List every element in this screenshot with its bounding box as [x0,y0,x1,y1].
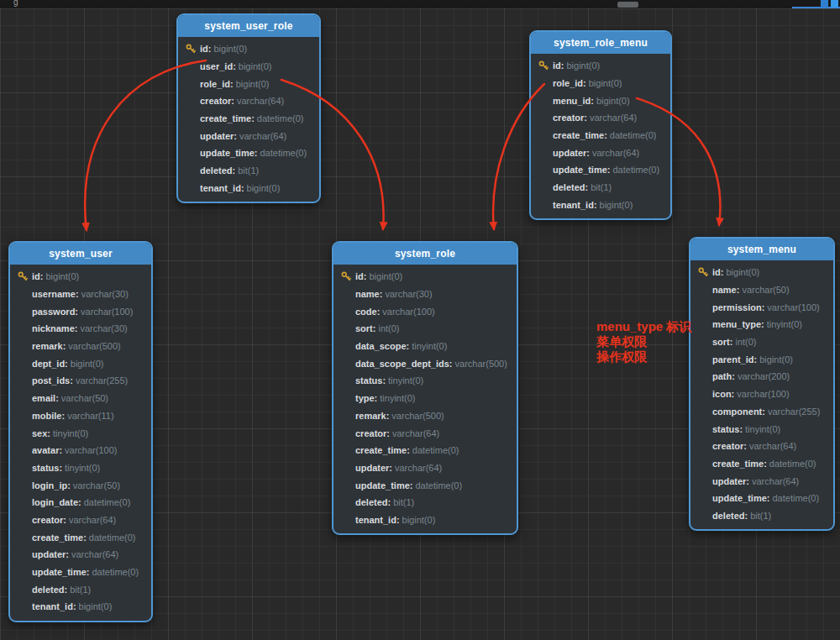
field-row[interactable]: name:varchar(50) [690,281,833,299]
field-row[interactable]: id:bigint(0) [531,57,670,75]
field-row[interactable]: deleted:bit(1) [178,162,319,180]
field-row[interactable]: deleted:bit(1) [10,580,151,598]
field-row[interactable]: path:varchar(200) [690,368,833,386]
field-row[interactable]: parent_id:bigint(0) [690,350,833,368]
field-row[interactable]: tenant_id:bigint(0) [531,197,670,214]
field-type: tinyint(0) [412,341,447,351]
field-row[interactable]: sort:int(0) [690,333,833,351]
field-row[interactable]: updater:varchar(64) [333,459,517,477]
field-type: bigint(0) [566,60,600,71]
field-row[interactable]: deleted:bit(1) [333,494,517,511]
field-row[interactable]: create_time:datetime(0) [178,110,319,128]
field-row[interactable]: data_scope:tinyint(0) [333,338,517,355]
field-row[interactable]: tenant_id:bigint(0) [178,180,319,197]
field-row[interactable]: updater:varchar(64) [531,144,670,161]
field-list: id:bigint(0)name:varchar(30)code:varchar… [333,265,517,533]
field-row[interactable]: password:varchar(100) [10,302,151,320]
field-row[interactable]: login_ip:varchar(50) [10,476,151,494]
field-row[interactable]: deleted:bit(1) [690,507,833,525]
field-row[interactable]: deleted:bit(1) [531,179,670,197]
field-name: status: [355,375,386,386]
table-title[interactable]: system_user [10,243,151,265]
field-row[interactable]: update_time:datetime(0) [531,161,670,179]
field-name: create_time: [200,113,255,123]
field-row[interactable]: role_id:bigint(0) [178,75,319,92]
field-row[interactable]: create_time:datetime(0) [10,528,151,546]
field-row[interactable]: type:tinyint(0) [333,390,517,407]
field-row[interactable]: id:bigint(0) [10,268,151,286]
field-name: status: [32,463,62,473]
field-row[interactable]: mobile:varchar(11) [10,407,151,425]
field-row[interactable]: id:bigint(0) [178,40,319,58]
field-name: name: [355,289,382,299]
field-row[interactable]: updater:varchar(64) [690,472,833,490]
field-row[interactable]: updater:varchar(64) [10,546,151,564]
field-name: id: [355,271,366,281]
field-row[interactable]: sex:tinyint(0) [10,424,151,442]
field-name: username: [32,289,79,299]
field-type: bigint(0) [402,515,436,525]
table-system_menu[interactable]: system_menuid:bigint(0)name:varchar(50)p… [689,237,835,531]
field-row[interactable]: id:bigint(0) [690,264,833,281]
field-type: int(0) [735,337,756,347]
field-row[interactable]: permission:varchar(100) [690,298,833,316]
field-row[interactable]: update_time:datetime(0) [333,476,517,494]
field-row[interactable]: tenant_id:bigint(0) [333,511,517,529]
field-row[interactable]: creator:varchar(64) [531,109,670,127]
toolbar-blue-square-icon[interactable] [821,0,828,8]
field-row[interactable]: name:varchar(30) [333,286,517,303]
table-title[interactable]: system_menu [690,239,833,260]
table-title[interactable]: system_user_role [178,15,319,37]
field-row[interactable]: menu_id:bigint(0) [531,92,670,109]
field-row[interactable]: update_time:datetime(0) [690,490,833,507]
table-title[interactable]: system_role [333,243,517,265]
field-row[interactable]: remark:varchar(500) [10,338,151,355]
table-system_user[interactable]: system_userid:bigint(0)username:varchar(… [8,241,153,622]
field-name: tenant_id: [32,601,76,611]
field-row[interactable]: menu_type:tinyint(0) [690,316,833,333]
field-type: varchar(500) [455,359,507,369]
field-row[interactable]: dept_id:bigint(0) [10,354,151,372]
field-row[interactable]: update_time:datetime(0) [178,144,319,162]
field-row[interactable]: sort:int(0) [333,320,517,338]
field-row[interactable]: user_id:bigint(0) [178,58,319,76]
field-row[interactable]: creator:varchar(64) [333,424,517,442]
field-row[interactable]: create_time:datetime(0) [531,127,670,144]
field-row[interactable]: email:varchar(50) [10,390,151,407]
field-row[interactable]: create_time:datetime(0) [690,455,833,473]
field-row[interactable]: login_date:datetime(0) [10,494,151,511]
field-row[interactable]: post_ids:varchar(255) [10,372,151,390]
field-name: remark: [32,341,66,351]
table-title[interactable]: system_role_menu [531,32,670,54]
field-type: bigint(0) [589,78,622,88]
field-row[interactable]: remark:varchar(500) [333,407,517,425]
toolbar-blue-square-icon[interactable] [831,0,838,8]
field-row[interactable]: status:tinyint(0) [10,459,151,477]
table-system_role_menu[interactable]: system_role_menuid:bigint(0)role_id:bigi… [529,30,672,220]
field-row[interactable]: updater:varchar(64) [178,127,319,144]
field-row[interactable]: avatar:varchar(100) [10,442,151,459]
field-row[interactable]: creator:varchar(64) [178,92,319,110]
field-row[interactable]: component:varchar(255) [690,403,833,421]
field-row[interactable]: status:tinyint(0) [690,420,833,438]
field-row[interactable]: username:varchar(30) [10,286,151,303]
field-row[interactable]: tenant_id:bigint(0) [10,598,151,616]
field-type: bigint(0) [213,44,247,54]
field-row[interactable]: creator:varchar(64) [10,511,151,529]
field-row[interactable]: create_time:datetime(0) [333,442,517,459]
table-system_role[interactable]: system_roleid:bigint(0)name:varchar(30)c… [332,241,518,535]
field-row[interactable]: data_scope_dept_ids:varchar(500) [333,354,517,372]
field-row[interactable]: status:tinyint(0) [333,372,517,390]
toolbar-button-fragment[interactable] [617,2,638,8]
field-type: bigint(0) [759,354,793,365]
field-row[interactable]: update_time:datetime(0) [10,564,151,581]
field-row[interactable]: nickname:varchar(30) [10,320,151,338]
field-row[interactable]: role_id:bigint(0) [531,75,670,92]
field-name: icon: [712,389,734,399]
field-name: creator: [200,96,234,106]
field-row[interactable]: creator:varchar(64) [690,438,833,455]
table-system_user_role[interactable]: system_user_roleid:bigint(0)user_id:bigi… [176,13,321,203]
field-row[interactable]: code:varchar(100) [333,302,517,320]
field-row[interactable]: icon:varchar(100) [690,386,833,403]
field-row[interactable]: id:bigint(0) [333,268,517,286]
